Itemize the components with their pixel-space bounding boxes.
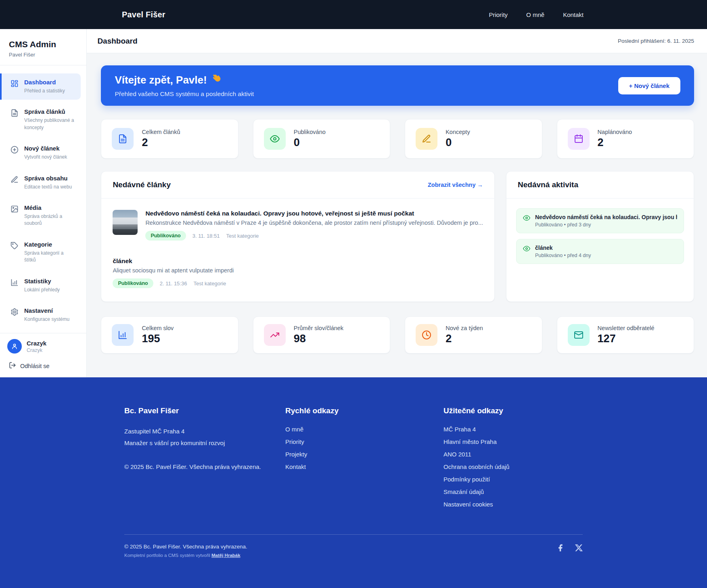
- article-row[interactable]: Nedvědovo náměstí čeká na kolaudaci. Opr…: [113, 210, 483, 241]
- activity-meta: Publikováno • před 4 dny: [535, 253, 677, 258]
- sidebar-item-sublabel: Všechny publikované a koncepty: [24, 117, 75, 131]
- sidebar-item-label: Kategorie: [24, 241, 52, 248]
- stat-value: 2: [446, 333, 483, 345]
- stat-value: 0: [294, 136, 326, 149]
- bar-chart-icon: [10, 278, 19, 288]
- sidebar-item-dashboard[interactable]: Dashboard Přehled a statistiky: [0, 73, 81, 100]
- sidebar-user[interactable]: Crazyk Crazyk: [7, 339, 79, 354]
- sidebar-item-label: Nový článek: [24, 145, 60, 152]
- sidebar-nav: Dashboard Přehled a statistiky Správa čl…: [0, 65, 86, 331]
- stat-label: Publikováno: [294, 129, 326, 135]
- topnav-link-priority[interactable]: Priority: [489, 11, 508, 18]
- sidebar-item-sublabel: Editace textů na webu: [24, 184, 72, 190]
- sidebar-item-sprava-obsahu[interactable]: Správa obsahu Editace textů na webu: [0, 169, 81, 196]
- article-thumbnail: [113, 210, 138, 235]
- sidebar-item-sublabel: Vytvořit nový článek: [24, 154, 67, 161]
- footer-link-hlavni-mesto[interactable]: Hlavní město Praha: [443, 438, 497, 445]
- last-login-text: Poslední přihlášení: 6. 11. 2025: [618, 38, 694, 44]
- gear-icon: [10, 308, 19, 318]
- recent-activity-panel: Nedávná aktivita Nedvědovo náměstí čeká …: [506, 171, 694, 302]
- plus-circle-icon: [10, 146, 19, 155]
- dashboard-grid-icon: [10, 80, 19, 89]
- footer-link-kontakt[interactable]: Kontakt: [285, 463, 306, 470]
- footer-link-projekty[interactable]: Projekty: [285, 451, 307, 458]
- eye-icon: [523, 214, 530, 223]
- stat-label: Celkem slov: [142, 325, 174, 331]
- footer-about-copyright: © 2025 Bc. Pavel Fišer. Všechna práva vy…: [124, 463, 285, 470]
- stat-label: Koncepty: [446, 129, 470, 135]
- sidebar-item-label: Média: [24, 204, 42, 211]
- article-excerpt: Rekonstrukce Nedvědova náměstí v Praze 4…: [145, 220, 483, 226]
- site-footer: Bc. Pavel Fišer Zastupitel MČ Praha 4 Ma…: [0, 377, 707, 588]
- recent-articles-panel: Nedávné články Zobrazit všechny → Nedvěd…: [101, 171, 495, 302]
- eye-icon: [264, 128, 286, 150]
- sidebar-item-nastaveni[interactable]: Nastavení Konfigurace systému: [0, 302, 81, 328]
- footer-useful-links-title: Užitečné odkazy: [443, 406, 583, 415]
- footer-about-line1: Zastupitel MČ Praha 4: [124, 426, 285, 437]
- activity-meta: Publikováno • před 3 dny: [535, 222, 677, 228]
- footer-link-ochrana-udaju[interactable]: Ochrana osobních údajů: [443, 463, 509, 470]
- sidebar-item-sublabel: Lokální přehledy: [24, 287, 60, 293]
- clock-icon: [416, 324, 437, 346]
- footer-col-useful-links: Užitečné odkazy MČ Praha 4 Hlavní město …: [443, 406, 583, 513]
- new-article-button[interactable]: + Nový článek: [618, 77, 680, 94]
- article-date: 3. 11. 18:51: [192, 233, 220, 239]
- footer-link-smazani-udaju[interactable]: Smazání údajů: [443, 488, 484, 495]
- footer-link-mc-praha4[interactable]: MČ Praha 4: [443, 426, 476, 433]
- topnav-link-kontakt[interactable]: Kontakt: [563, 11, 584, 18]
- view-all-link[interactable]: Zobrazit všechny →: [428, 182, 483, 188]
- footer-credit-link[interactable]: Matěj Hrabák: [211, 553, 241, 558]
- sidebar-item-kategorie[interactable]: Kategorie Správa kategorií a štítků: [0, 236, 81, 269]
- waving-hand-icon: [212, 73, 222, 87]
- sidebar-item-label: Správa obsahu: [24, 175, 68, 182]
- user-avatar: [7, 339, 22, 354]
- sidebar: CMS Admin Pavel Fišer Dashboard Přehled …: [0, 29, 87, 377]
- sidebar-bottom: Crazyk Crazyk Odhlásit se: [0, 333, 86, 377]
- footer-link-cookies[interactable]: Nastavení cookies: [443, 501, 493, 508]
- footer-about-line2: Manažer s vášní pro komunitní rozvoj: [124, 437, 285, 449]
- recent-articles-title: Nedávné články: [113, 180, 171, 189]
- activity-item[interactable]: článek Publikováno • před 4 dny: [516, 239, 684, 264]
- article-row[interactable]: článek Aliquet sociosqu mi at aptent vul…: [113, 257, 483, 288]
- brand-logo[interactable]: Pavel Fišer: [122, 10, 165, 19]
- sidebar-item-novy-clanek[interactable]: Nový článek Vytvořit nový článek: [0, 140, 81, 166]
- stat-card-naplanovano: Naplánováno 2: [557, 119, 694, 159]
- stat-card-nove-za-tyden: Nové za týden 2: [405, 316, 542, 354]
- x-twitter-icon[interactable]: [575, 544, 583, 553]
- footer-about-title: Bc. Pavel Fišer: [124, 406, 285, 415]
- pencil-icon: [10, 176, 19, 185]
- top-navbar: Pavel Fišer Priority O mně Kontakt: [0, 0, 707, 29]
- sidebar-item-media[interactable]: Média Správa obrázků a souborů: [0, 199, 81, 232]
- facebook-icon[interactable]: [556, 544, 565, 554]
- footer-copyright: © 2025 Bc. Pavel Fišer. Všechna práva vy…: [124, 544, 247, 550]
- sidebar-item-sublabel: Správa obrázků a souborů: [24, 213, 75, 227]
- pencil-icon: [416, 128, 437, 150]
- activity-item[interactable]: Nedvědovo náměstí čeká na kolaudaci. Opr…: [516, 208, 684, 233]
- logout-button[interactable]: Odhlásit se: [7, 362, 79, 370]
- footer-link-ano2011[interactable]: ANO 2011: [443, 451, 471, 458]
- stat-card-publikovano: Publikováno 0: [253, 119, 390, 159]
- stat-value: 98: [294, 333, 343, 345]
- bar-chart-icon: [112, 324, 134, 346]
- sidebar-item-sprava-clanku[interactable]: Správa článků Všechny publikované a konc…: [0, 103, 81, 136]
- document-icon: [10, 109, 19, 119]
- stats-row-top: Celkem článků 2 Publikováno 0: [101, 119, 694, 159]
- stat-value: 0: [446, 136, 470, 149]
- recent-activity-title: Nedávná aktivita: [518, 180, 578, 189]
- mail-icon: [568, 324, 590, 346]
- sidebar-item-statistiky[interactable]: Statistiky Lokální přehledy: [0, 272, 81, 299]
- footer-link-priority[interactable]: Priority: [285, 438, 304, 445]
- user-role: Crazyk: [27, 347, 46, 353]
- sidebar-item-sublabel: Konfigurace systému: [24, 316, 69, 323]
- footer-credit: Kompletní portfolio a CMS systém vytvoři…: [124, 553, 247, 558]
- activity-title: Nedvědovo náměstí čeká na kolaudaci. Opr…: [535, 214, 677, 220]
- sidebar-item-label: Dashboard: [24, 79, 56, 86]
- stat-label: Newsletter odběratelé: [598, 325, 655, 331]
- sidebar-item-label: Správa článků: [24, 108, 65, 115]
- footer-link-o-mne[interactable]: O mně: [285, 426, 303, 433]
- eye-icon: [523, 245, 530, 254]
- footer-link-podminky[interactable]: Podmínky použití: [443, 476, 490, 483]
- welcome-subtitle: Přehled vašeho CMS systému a posledních …: [115, 90, 254, 98]
- welcome-title: Vítejte zpět, Pavle!: [115, 74, 207, 86]
- topnav-link-o-mne[interactable]: O mně: [526, 11, 544, 18]
